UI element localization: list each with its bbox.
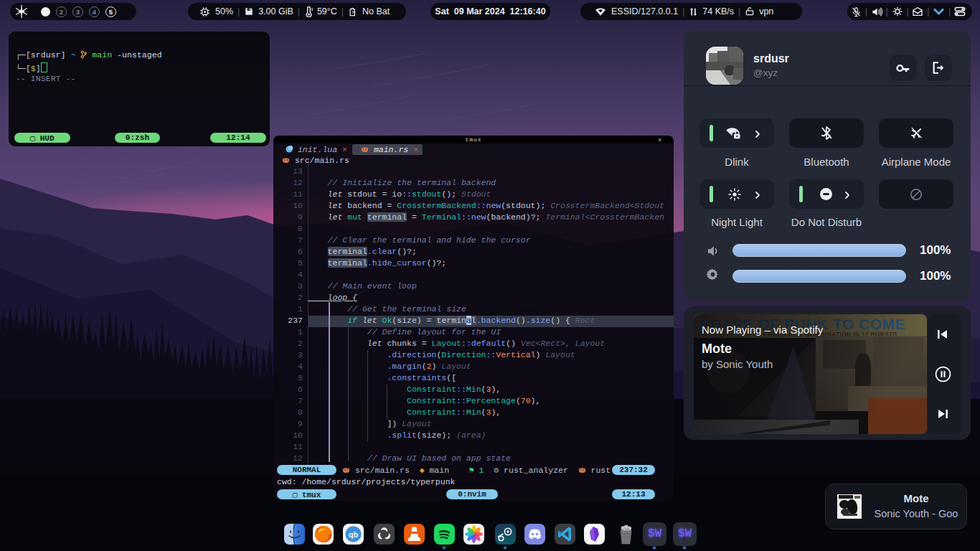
svg-text:qb: qb <box>349 530 359 539</box>
